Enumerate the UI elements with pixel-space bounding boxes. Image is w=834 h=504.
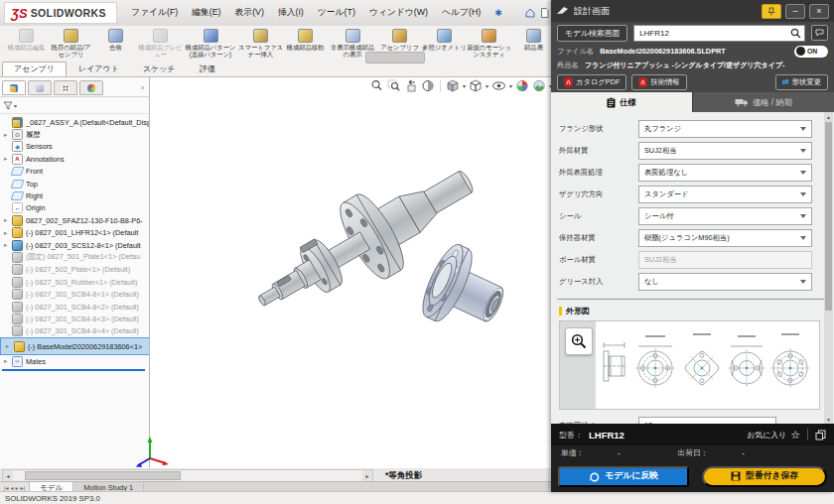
pane-splitter-handle[interactable] <box>365 52 425 63</box>
comment-button[interactable] <box>811 25 828 41</box>
show-hidden-components-icon <box>346 29 360 43</box>
toolbar-item-component-pattern[interactable]: 構成部品パターン (直線パターン) <box>183 26 238 62</box>
tree-item-component[interactable]: (固定) 0827_501_Plate1<1> (Defau <box>0 251 149 263</box>
tree-item-annotations[interactable]: ▸AAnnotations <box>0 153 149 165</box>
tree-item-component[interactable]: (-) 0827_301_SCB4-8<4> (Default) <box>0 325 149 337</box>
bom-icon <box>526 29 541 43</box>
ball-material-field: SUJ2相当 <box>638 251 812 269</box>
scroll-up-icon[interactable]: ▲ <box>824 112 833 121</box>
menu-view[interactable]: 表示(V) <box>229 5 270 21</box>
toolbar-item-bom[interactable]: 部品表 <box>511 26 556 62</box>
tabs-overflow-chevron-icon[interactable]: › <box>141 83 147 92</box>
toolbar-item-new-motion-study[interactable]: 新規のモーションスタディ <box>467 26 511 62</box>
tab-displaymanager[interactable] <box>79 80 103 95</box>
tree-item-component[interactable]: (-) 0827_301_SCB4-8<2> (Default) <box>0 301 149 313</box>
scrollbar-thumb[interactable] <box>25 471 181 480</box>
shape-change-button[interactable]: ⇄形状変更 <box>775 74 828 90</box>
tree-item-component[interactable]: ▸0827_002_SFAZ12-130-F10-B8-P6- <box>0 214 149 226</box>
tree-item-top-plane[interactable]: Top <box>0 178 149 189</box>
menu-pin-icon[interactable]: ✱ <box>494 8 502 18</box>
favorite-star-icon[interactable]: ☆ <box>790 429 800 441</box>
seal-select[interactable]: シール付 <box>638 207 812 225</box>
tree-item-component[interactable]: (-) 0827_502_Plate<1> (Default) <box>0 264 149 276</box>
scroll-down-icon[interactable]: ▼ <box>824 415 833 424</box>
pin-button[interactable] <box>762 4 781 19</box>
catalog-pdf-button[interactable]: カタログPDF <box>557 74 626 90</box>
expander-icon[interactable]: ▸ <box>4 229 12 237</box>
product-row: 商品名 フランジ付リニアブッシュ -シングルタイプ/逆ザグリ穴タイプ- <box>551 59 834 71</box>
minimize-button[interactable]: – <box>785 4 805 19</box>
scroll-left-icon[interactable]: ◂ <box>3 470 13 481</box>
zoom-drawing-button[interactable] <box>565 327 593 355</box>
tree-item-component[interactable]: ▸(-) 0827_001_LHFR12<1> (Default <box>0 227 149 239</box>
menu-file[interactable]: ファイル(F) <box>125 5 184 21</box>
filter-caret-icon: ▾ <box>14 102 17 109</box>
menu-tools[interactable]: ツール(T) <box>312 5 361 21</box>
tree-item-history[interactable]: ▸⊙履歴 <box>0 128 149 140</box>
menu-window[interactable]: ウィンドウ(W) <box>363 5 434 21</box>
tree-item-component[interactable]: (-) 0827_503_Rubber<1> (Default) <box>0 276 149 288</box>
comment-bubble-icon <box>815 29 824 37</box>
grease-select[interactable]: なし <box>638 273 812 291</box>
floppy-save-icon <box>731 471 741 481</box>
tree-item-basemodel[interactable]: ▸(-) BaseModel20200629183606<1> <box>0 337 150 355</box>
tab-configurationmanager[interactable] <box>54 80 77 95</box>
clipboard-icon <box>607 97 616 108</box>
apply-to-model-button[interactable]: モデルに反映 <box>558 466 689 487</box>
toolbar-item-insert-component[interactable]: 既存の部品/アセンブリ <box>49 26 93 62</box>
3d-assembly-model[interactable] <box>150 77 551 468</box>
expander-icon[interactable]: ▸ <box>4 216 12 224</box>
tab-propertymanager[interactable] <box>28 80 52 95</box>
menu-edit[interactable]: 編集(E) <box>186 5 226 21</box>
on-toggle[interactable]: ON <box>794 46 828 58</box>
tree-item-front-plane[interactable]: Front <box>0 166 149 178</box>
cylinder-material-select[interactable]: SUJ2相当 <box>638 142 812 160</box>
expander-icon[interactable]: ▸ <box>4 357 12 365</box>
expander-icon[interactable]: ▸ <box>4 241 12 249</box>
tree-item-sensors[interactable]: ◉Sensors <box>0 141 149 153</box>
counterbore-direction-select[interactable]: スタンダード <box>638 186 812 203</box>
new-document-icon[interactable] <box>539 7 550 19</box>
rollback-bar[interactable] <box>2 369 145 371</box>
tab-sketch[interactable]: スケッチ <box>131 62 188 76</box>
save-with-part-number-button[interactable]: 型番付き保存 <box>702 466 827 487</box>
toolbar-item-mate[interactable]: 合致 <box>93 26 138 62</box>
tree-item-right-plane[interactable]: Right <box>0 189 149 201</box>
tech-info-button[interactable]: 技術情報 <box>631 74 686 90</box>
panel-scrollbar[interactable]: ▲ ▼ <box>824 112 833 424</box>
home-icon[interactable] <box>524 7 536 19</box>
inner-diameter-select[interactable]: 12 <box>638 417 776 425</box>
copy-icon[interactable] <box>815 430 826 441</box>
flange-shape-select[interactable]: 丸フランジ <box>638 120 812 138</box>
tree-item-component[interactable]: (-) 0827_301_SCB4-8<1> (Default) <box>0 288 149 300</box>
search-icon[interactable] <box>790 28 801 39</box>
expander-icon[interactable]: ▸ <box>4 155 12 163</box>
toolbar-item-move-component[interactable]: 構成部品移動 <box>283 26 328 62</box>
surface-treatment-select[interactable]: 表面処理なし <box>638 164 812 182</box>
tab-price-delivery[interactable]: 価格 / 納期 <box>692 92 834 112</box>
close-button[interactable]: × <box>809 4 829 19</box>
tree-item-component[interactable]: ▸(-) 0827_003_SCS12-8<1> (Default <box>0 239 149 251</box>
tab-layout[interactable]: レイアウト <box>67 62 131 76</box>
tab-assembly[interactable]: アセンブリ <box>2 62 67 76</box>
scroll-right-icon[interactable]: ▸ <box>362 470 372 481</box>
menu-insert[interactable]: 挿入(I) <box>272 5 310 21</box>
tree-item-component[interactable]: (-) 0827_301_SCB4-8<3> (Default) <box>0 313 149 324</box>
tab-spec[interactable]: 仕様 <box>551 92 692 112</box>
model-search-button[interactable]: モデル検索画面 <box>557 25 627 42</box>
expander-icon[interactable]: ▸ <box>6 342 14 350</box>
tree-root[interactable]: _0827_ASSY_A (Default<Default_Displ <box>0 116 149 128</box>
tab-evaluate[interactable]: 評価 <box>188 62 227 76</box>
toolbar-item-reference-geometry[interactable]: 参照ジオメトリ <box>422 26 467 62</box>
tree-item-mates[interactable]: ▸∞Mates <box>0 355 149 367</box>
retainer-material-select[interactable]: 樹脂(ジュラコンM90相当) <box>638 229 812 247</box>
tab-featuremanager[interactable] <box>2 80 26 95</box>
expander-icon[interactable]: ▸ <box>4 131 12 139</box>
toolbar-item-smart-fastener[interactable]: スマートファスナー挿入 <box>238 26 283 62</box>
outline-drawing-box <box>559 320 820 410</box>
search-input[interactable] <box>639 29 790 38</box>
scrollbar-thumb[interactable] <box>825 122 832 311</box>
menu-help[interactable]: ヘルプ(H) <box>436 5 486 21</box>
tree-filter[interactable]: ▾ <box>0 97 149 114</box>
tree-item-origin[interactable]: ⌐Origin <box>0 202 149 214</box>
